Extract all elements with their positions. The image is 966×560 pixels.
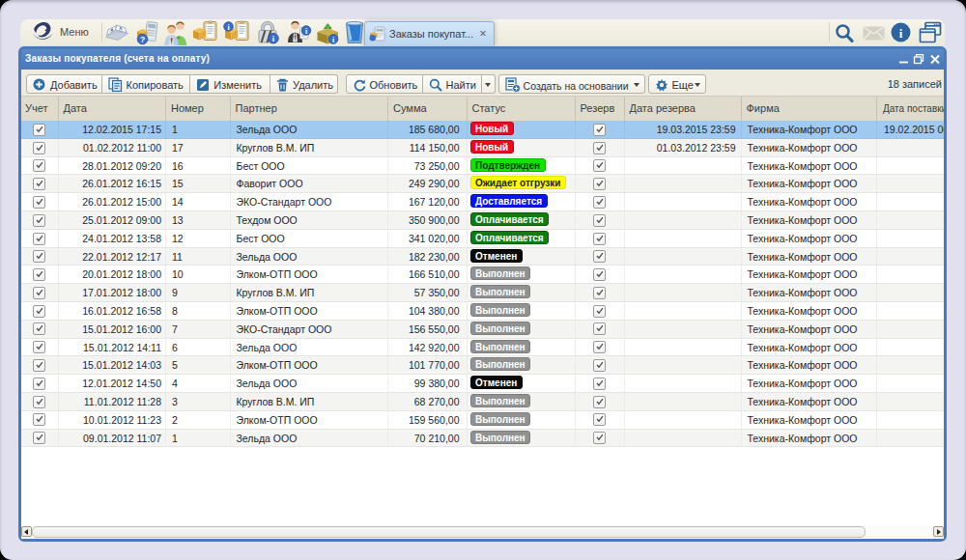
svg-text:i: i [899,26,903,41]
svg-text:?: ? [140,35,145,44]
